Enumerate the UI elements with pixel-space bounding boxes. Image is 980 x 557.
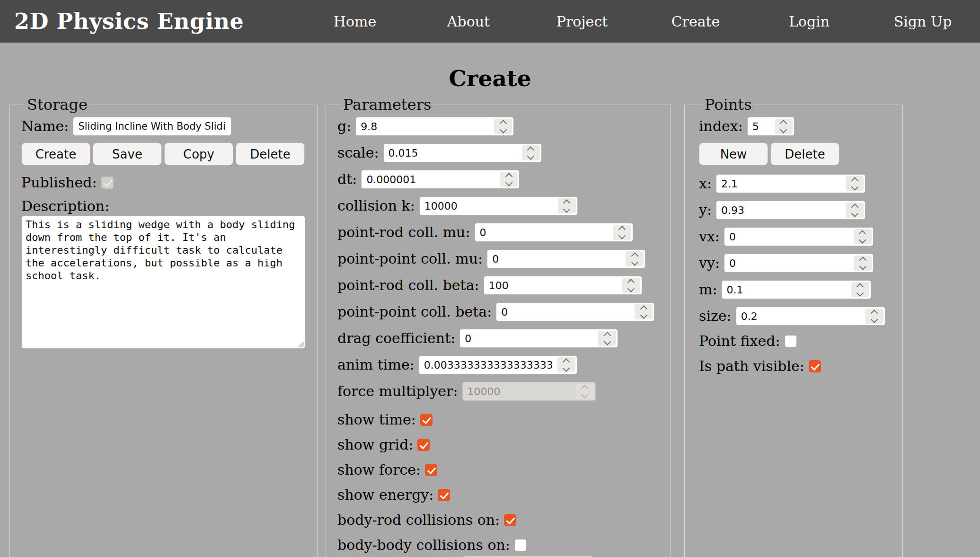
point-point-beta-input[interactable] (496, 303, 654, 321)
m-input[interactable] (722, 281, 871, 299)
spinner-down-button[interactable] (618, 232, 626, 239)
spinner-down-button[interactable] (856, 289, 864, 297)
storage-fieldset: Storage Name: Create Save Copy Delete Pu… (9, 96, 318, 557)
spinner-down-button[interactable] (563, 364, 570, 372)
point-rod-mu-input[interactable] (475, 223, 633, 241)
body-body-collisions-label: body-body collisions on: (337, 536, 510, 554)
path-visible-checkbox[interactable] (809, 360, 821, 372)
page-title: Create (0, 65, 980, 91)
show-time-row: show time: (337, 411, 671, 429)
spinner-down-button[interactable] (851, 183, 858, 191)
show-force-checkbox[interactable] (425, 464, 437, 476)
dt-input-box (361, 170, 520, 189)
point-point-mu-input[interactable] (487, 250, 645, 268)
body-rod-collisions-checkbox[interactable] (504, 514, 516, 526)
point-rod-mu-input-box (475, 223, 633, 242)
path-visible-row: Is path visible: (699, 357, 902, 375)
g-input[interactable] (356, 117, 513, 135)
show-time-checkbox[interactable] (420, 414, 433, 426)
index-label: index: (699, 117, 743, 135)
x-label: x: (699, 175, 712, 193)
spinner-down-button[interactable] (780, 126, 787, 133)
nav-link-about[interactable]: About (412, 0, 525, 43)
storage-legend: Storage (24, 96, 90, 114)
collision-k-input-box (419, 196, 578, 215)
size-input[interactable] (736, 307, 885, 325)
anim-time-input-box (419, 355, 577, 374)
point-rod-beta-label: point-rod coll. beta: (337, 276, 479, 294)
anim-time-label: anim time: (337, 356, 415, 374)
y-input[interactable] (716, 201, 865, 219)
spinner-down-button[interactable] (563, 205, 571, 213)
show-grid-checkbox[interactable] (417, 439, 430, 451)
point-point-mu-row: point-point coll. mu: (337, 249, 671, 268)
name-input[interactable] (73, 117, 231, 135)
point-rod-mu-row: point-rod coll. mu: (337, 223, 671, 242)
x-input-box (716, 174, 865, 193)
spinner-down-button[interactable] (604, 338, 611, 345)
point-rod-beta-input[interactable] (484, 276, 642, 294)
description-textarea[interactable]: This is a sliding wedge with a body slid… (22, 216, 305, 348)
collision-k-spinner (558, 198, 576, 213)
copy-button[interactable]: Copy (164, 142, 233, 166)
points-buttons: New Delete (699, 142, 902, 166)
index-input-box (747, 117, 795, 136)
vy-spinner (854, 256, 872, 271)
nav-link-create[interactable]: Create (639, 0, 752, 43)
body-body-collisions-checkbox[interactable] (514, 539, 527, 551)
spinner-down-button[interactable] (527, 152, 535, 160)
spinner-down-button[interactable] (859, 263, 866, 270)
point-fixed-label: Point fixed: (699, 332, 780, 350)
delete-point-button[interactable]: Delete (770, 142, 839, 166)
nav-link-login[interactable]: Login (752, 0, 866, 43)
size-label: size: (699, 307, 732, 325)
name-input-box (73, 117, 231, 136)
show-time-label: show time: (337, 411, 416, 429)
nav-link-home[interactable]: Home (298, 0, 412, 43)
dt-input[interactable] (362, 170, 519, 188)
create-button[interactable]: Create (21, 142, 90, 166)
force-multiplyer-input-box (462, 382, 596, 401)
spinner-down-button[interactable] (871, 316, 878, 323)
point-point-mu-spinner (626, 251, 644, 266)
point-rod-mu-label: point-rod coll. mu: (337, 223, 470, 241)
parameters-fieldset: Parameters g: scale: dt: collision k: po… (326, 96, 671, 557)
spinner-down-button[interactable] (505, 179, 513, 186)
vy-input[interactable] (724, 254, 873, 272)
drag-coefficient-input[interactable] (460, 329, 618, 347)
vx-row: vx: (699, 227, 902, 246)
spinner-down-button[interactable] (640, 311, 648, 319)
collision-k-input[interactable] (420, 197, 577, 215)
point-point-beta-label: point-point coll. beta: (337, 303, 492, 321)
point-fixed-checkbox[interactable] (785, 335, 797, 347)
spinner-down-button[interactable] (500, 126, 507, 133)
parameters-legend: Parameters (340, 96, 434, 114)
delete-button[interactable]: Delete (236, 142, 305, 166)
new-point-button[interactable]: New (699, 142, 768, 166)
x-input[interactable] (716, 175, 865, 193)
anim-time-input[interactable] (419, 356, 577, 374)
g-input-box (355, 117, 514, 136)
g-label: g: (337, 117, 351, 135)
published-row: Published: (21, 174, 317, 192)
spinner-down-button[interactable] (627, 285, 635, 292)
spinner-down-button[interactable] (851, 210, 858, 217)
drag-coefficient-row: drag coefficient: (337, 329, 671, 348)
m-row: m: (699, 280, 902, 299)
storage-buttons: Create Save Copy Delete (21, 142, 317, 166)
show-energy-checkbox[interactable] (438, 489, 450, 501)
vy-label: vy: (699, 254, 720, 272)
scale-input[interactable] (384, 144, 541, 162)
nav-link-signup[interactable]: Sign Up (866, 0, 980, 43)
x-row: x: (699, 174, 902, 193)
body-body-collisions-row: body-body collisions on: (337, 536, 671, 554)
size-spinner (865, 309, 883, 324)
collision-k-row: collision k: (337, 196, 671, 215)
spinner-down-button[interactable] (631, 258, 638, 266)
nav-link-project[interactable]: Project (525, 0, 639, 43)
point-rod-beta-input-box (484, 276, 642, 295)
save-button[interactable]: Save (93, 142, 162, 166)
vx-input[interactable] (724, 228, 873, 246)
g-row: g: (337, 117, 671, 136)
spinner-down-button[interactable] (859, 236, 866, 244)
